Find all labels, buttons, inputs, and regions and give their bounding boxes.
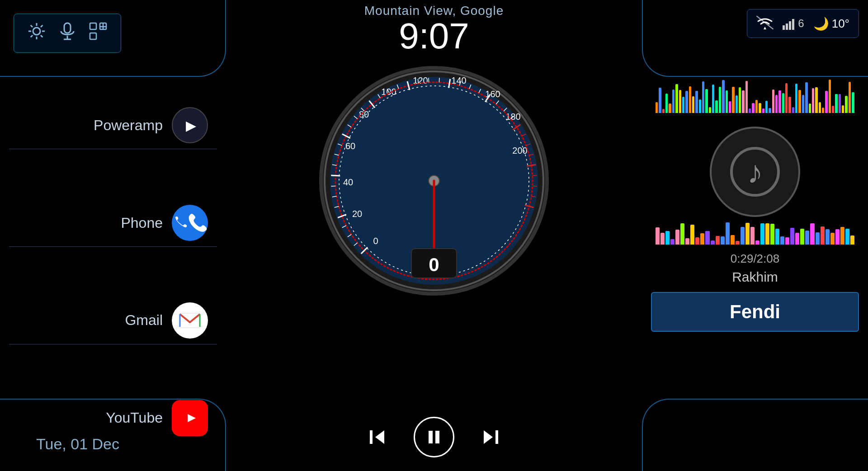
app-list: Poweramp Phone Gmail YouTube [0, 72, 226, 471]
svg-text:0: 0 [373, 236, 378, 246]
poweramp-label: Poweramp [18, 117, 163, 134]
center-top: Mountain View, Google 9:07 [364, 0, 504, 54]
svg-line-6 [41, 35, 42, 37]
music-icon-circle[interactable]: ♪ [710, 127, 800, 217]
settings-icon[interactable] [28, 22, 46, 44]
svg-rect-91 [495, 430, 498, 444]
svg-rect-12 [90, 23, 96, 29]
svg-marker-90 [484, 430, 493, 444]
speedometer: 0 20 40 60 80 100 120 140 160 180 200 [316, 63, 552, 298]
svg-marker-86 [375, 430, 384, 444]
svg-text:20: 20 [352, 209, 362, 219]
svg-text:200: 200 [512, 146, 527, 155]
prev-button[interactable] [364, 424, 391, 451]
app-item-youtube[interactable]: YouTube [9, 395, 217, 442]
youtube-label: YouTube [18, 410, 163, 426]
svg-text:♪: ♪ [747, 155, 763, 190]
moon-icon: 🌙 [813, 16, 829, 31]
phone-label: Phone [18, 215, 163, 231]
weather-status: 🌙 10° [813, 16, 849, 31]
svg-rect-18 [789, 21, 791, 30]
apps-icon[interactable] [89, 22, 107, 44]
date-display: Tue, 01 Dec [36, 435, 119, 453]
svg-rect-87 [370, 430, 373, 444]
song-title-banner[interactable]: Fendi [651, 292, 859, 332]
app-item-gmail[interactable]: Gmail [9, 297, 217, 344]
temperature: 10° [832, 17, 849, 31]
svg-text:40: 40 [343, 177, 353, 187]
svg-rect-14 [90, 33, 96, 39]
next-button[interactable] [477, 424, 504, 451]
song-title: Fendi [665, 301, 844, 323]
speedometer-svg: 0 20 40 60 80 100 120 140 160 180 200 [316, 63, 552, 298]
svg-point-0 [33, 28, 40, 35]
right-panel: ♪ 0:29/2:08 Rakhim Fendi [642, 72, 868, 471]
status-bar: 6 🌙 10° [747, 9, 859, 38]
svg-text:0: 0 [429, 254, 439, 275]
svg-rect-9 [64, 23, 71, 33]
youtube-icon[interactable] [172, 400, 208, 436]
svg-line-49 [331, 175, 340, 176]
artist-name: Rakhim [732, 269, 778, 285]
equalizer-right-bottom [651, 220, 859, 245]
svg-text:60: 60 [345, 141, 355, 151]
svg-line-63 [429, 78, 429, 82]
pause-button[interactable] [414, 417, 454, 457]
svg-rect-88 [429, 431, 433, 443]
svg-rect-16 [783, 25, 785, 30]
signal-count: 6 [798, 17, 804, 30]
clock: 9:07 [364, 18, 504, 54]
gmail-label: Gmail [18, 312, 163, 329]
left-controls [14, 14, 121, 53]
svg-line-48 [331, 186, 335, 186]
signal-status: 6 [783, 17, 804, 30]
svg-line-78 [533, 175, 537, 176]
microphone-icon[interactable] [59, 22, 75, 44]
svg-line-64 [439, 78, 439, 82]
poweramp-icon[interactable] [172, 107, 208, 143]
svg-rect-89 [435, 431, 439, 443]
svg-line-7 [41, 25, 42, 27]
app-item-phone[interactable]: Phone [9, 199, 217, 247]
track-time: 0:29/2:08 [731, 252, 779, 266]
svg-line-8 [31, 35, 33, 37]
equalizer-right-top [651, 77, 859, 113]
media-controls [364, 417, 504, 457]
app-item-poweramp[interactable]: Poweramp [9, 102, 217, 149]
svg-rect-17 [786, 24, 788, 30]
svg-line-5 [31, 25, 33, 27]
svg-line-79 [533, 186, 537, 186]
wifi-icon [756, 16, 774, 31]
svg-rect-19 [792, 19, 794, 30]
gmail-icon[interactable] [172, 302, 208, 339]
phone-icon[interactable] [172, 205, 208, 241]
